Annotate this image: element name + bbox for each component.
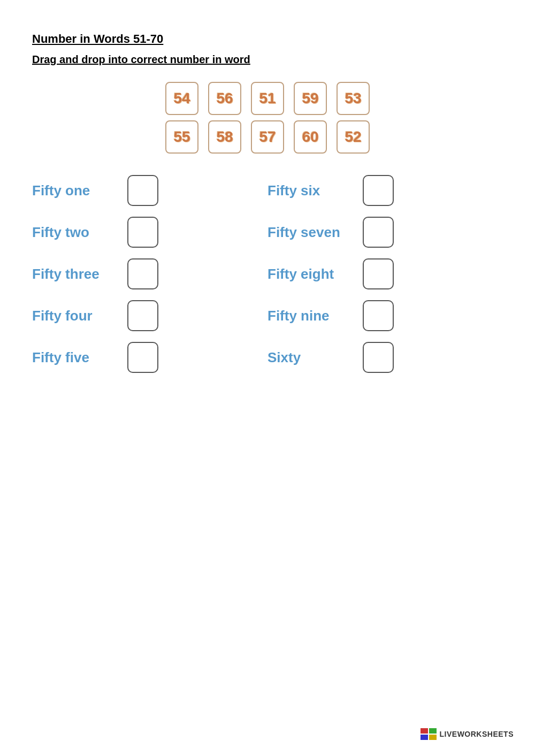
page-subtitle: Drag and drop into correct number in wor… — [32, 54, 503, 66]
tile-52[interactable]: 52 — [337, 120, 370, 154]
label-fifty-eight: Fifty eight — [268, 266, 353, 282]
dropbox-fifty-five[interactable] — [127, 342, 158, 373]
match-row-fifty-two: Fifty two — [32, 211, 268, 253]
match-row-fifty-seven: Fifty seven — [268, 211, 503, 253]
match-row-sixty: Sixty — [268, 337, 503, 378]
label-fifty-two: Fifty two — [32, 224, 118, 241]
dropbox-fifty-three[interactable] — [127, 258, 158, 289]
branding-area: LIVEWORKSHEETS — [421, 728, 514, 740]
match-row-fifty-three: Fifty three — [32, 253, 268, 295]
match-row-fifty-eight: Fifty eight — [268, 253, 503, 295]
label-fifty-four: Fifty four — [32, 308, 118, 324]
dropbox-fifty-two[interactable] — [127, 217, 158, 248]
tile-56[interactable]: 56 — [208, 82, 241, 115]
label-fifty-three: Fifty three — [32, 266, 118, 282]
tile-60[interactable]: 60 — [294, 120, 327, 154]
dropbox-fifty-one[interactable] — [127, 175, 158, 206]
match-row-fifty-six: Fifty six — [268, 170, 503, 211]
brand-text: LIVEWORKSHEETS — [440, 730, 514, 738]
dropbox-fifty-nine[interactable] — [363, 300, 394, 331]
label-fifty-seven: Fifty seven — [268, 224, 353, 241]
tile-57[interactable]: 57 — [251, 120, 284, 154]
right-column: Fifty six Fifty seven Fifty eight Fifty … — [268, 170, 503, 378]
label-sixty: Sixty — [268, 349, 353, 366]
dropbox-fifty-six[interactable] — [363, 175, 394, 206]
dropbox-fifty-eight[interactable] — [363, 258, 394, 289]
match-row-fifty-five: Fifty five — [32, 337, 268, 378]
match-row-fifty-nine: Fifty nine — [268, 295, 503, 337]
brand-logo-icon — [421, 728, 437, 740]
dropbox-sixty[interactable] — [363, 342, 394, 373]
dropbox-fifty-seven[interactable] — [363, 217, 394, 248]
match-row-fifty-four: Fifty four — [32, 295, 268, 337]
label-fifty-five: Fifty five — [32, 349, 118, 366]
number-tiles-section: 54 56 51 59 53 55 58 57 60 52 — [32, 82, 503, 154]
tile-54[interactable]: 54 — [165, 82, 198, 115]
tile-59[interactable]: 59 — [294, 82, 327, 115]
matching-section: Fifty one Fifty two Fifty three Fifty fo… — [32, 170, 503, 378]
match-row-fifty-one: Fifty one — [32, 170, 268, 211]
tile-53[interactable]: 53 — [337, 82, 370, 115]
tile-51[interactable]: 51 — [251, 82, 284, 115]
tile-row-1: 54 56 51 59 53 — [165, 82, 370, 115]
dropbox-fifty-four[interactable] — [127, 300, 158, 331]
label-fifty-six: Fifty six — [268, 182, 353, 199]
left-column: Fifty one Fifty two Fifty three Fifty fo… — [32, 170, 268, 378]
page-title: Number in Words 51-70 — [32, 32, 503, 46]
tile-58[interactable]: 58 — [208, 120, 241, 154]
tile-row-2: 55 58 57 60 52 — [165, 120, 370, 154]
label-fifty-nine: Fifty nine — [268, 308, 353, 324]
label-fifty-one: Fifty one — [32, 182, 118, 199]
tile-55[interactable]: 55 — [165, 120, 198, 154]
